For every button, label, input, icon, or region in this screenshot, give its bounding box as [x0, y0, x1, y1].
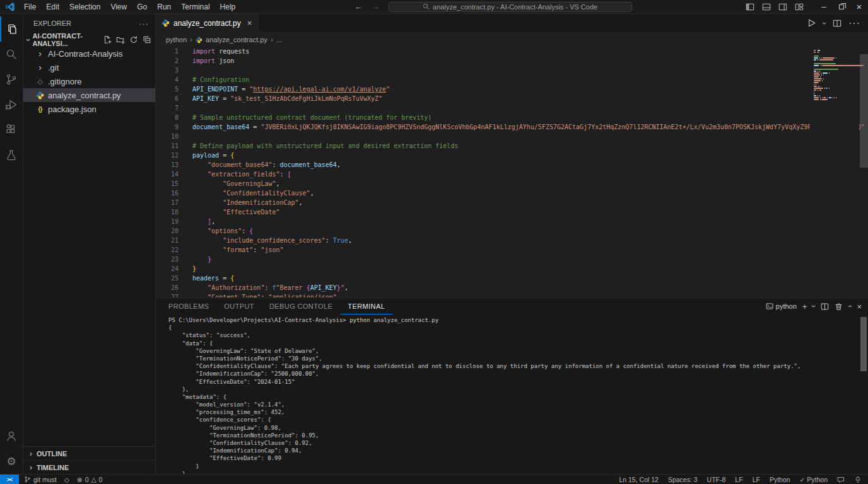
explorer-item--gitignore[interactable]: ◇.gitignore — [23, 74, 155, 88]
explorer-item--git[interactable]: ›.git — [23, 60, 155, 74]
source-control-icon[interactable] — [0, 67, 23, 92]
code-line[interactable]: 3 — [156, 66, 868, 75]
refresh-icon[interactable] — [129, 35, 138, 44]
editor-scrollbar[interactable] — [860, 54, 868, 168]
code-line[interactable]: 14 "extraction_fields": [ — [156, 170, 868, 179]
command-center-search[interactable]: analyze_contract.py - AI-Contract-Analys… — [389, 2, 632, 12]
breadcrumb-file[interactable]: analyze_contract.py — [206, 36, 267, 43]
menu-edit[interactable]: Edit — [41, 0, 64, 14]
panel-tab-terminal[interactable]: TERMINAL — [340, 298, 392, 314]
code-line[interactable]: 15 "GoverningLaw", — [156, 179, 868, 188]
branch-status[interactable]: git must — [24, 476, 57, 483]
feedback-icon[interactable] — [837, 476, 845, 483]
code-editor[interactable]: 1import requests2import json34# Configur… — [156, 47, 868, 297]
code-line[interactable]: 20 "options": { — [156, 226, 868, 236]
code-line[interactable]: 6API_KEY = "sk_test_S1HzAbCdeFgHiJkLmNoP… — [156, 94, 868, 103]
code-line[interactable]: 18 "EffectiveDate" — [156, 207, 868, 217]
split-terminal-icon[interactable] — [821, 302, 829, 311]
new-file-icon[interactable] — [103, 35, 112, 44]
restore-button[interactable] — [833, 0, 850, 14]
terminal-shell-selector[interactable]: python — [766, 302, 797, 310]
close-window-button[interactable]: × — [850, 0, 868, 14]
collapse-all-icon[interactable] — [143, 35, 151, 44]
kill-terminal-trash-icon[interactable] — [835, 302, 843, 311]
breadcrumb-folder[interactable]: python — [166, 36, 187, 43]
editor-more-actions-icon[interactable]: ··· — [848, 18, 860, 29]
explorer-item-package-json[interactable]: {}package.json — [23, 102, 155, 116]
settings-gear-icon[interactable]: ⚙ — [0, 449, 23, 474]
timeline-section[interactable]: › TIMELINE — [23, 460, 155, 474]
close-panel-icon[interactable]: × — [857, 302, 862, 311]
code-line[interactable]: 1import requests — [156, 47, 868, 56]
code-line[interactable]: 4# Configuration — [156, 75, 868, 84]
status-item-4[interactable]: LF — [753, 476, 760, 483]
bell-icon[interactable] — [854, 476, 862, 483]
tab-analyze-contract-py[interactable]: analyze_contract.py × — [156, 14, 258, 32]
sync-status[interactable]: ◇ — [64, 476, 69, 483]
status-item-2[interactable]: UTF-8 — [707, 476, 726, 483]
code-line[interactable]: 10 — [156, 132, 868, 141]
toggle-secondary-sidebar-icon[interactable] — [778, 3, 787, 11]
code-line[interactable]: 9document_base64 = "JVBERi0xLjQKJQKfsj8I… — [156, 122, 868, 132]
menu-go[interactable]: Go — [132, 0, 152, 14]
menu-selection[interactable]: Selection — [64, 0, 105, 14]
code-line[interactable]: 5API_ENDPOINT = "https://api.legal-ai.co… — [156, 84, 868, 94]
terminal-scrollbar[interactable] — [860, 317, 867, 371]
code-line[interactable]: 26 "Authorization": f"Bearer {API_KEY}", — [156, 283, 868, 292]
status-item-0[interactable]: Ln 15, Col 12 — [619, 476, 658, 483]
explorer-item-analyze-contract-py[interactable]: analyze_contract.py — [23, 88, 155, 102]
code-line[interactable]: 22 "format": "json" — [156, 245, 868, 255]
code-line[interactable]: 25headers = { — [156, 274, 868, 283]
terminal-dropdown-icon[interactable]: › — [809, 305, 818, 308]
code-line[interactable]: 21 "include_confidence_scores": True, — [156, 236, 868, 245]
minimize-button[interactable]: – — [815, 0, 833, 14]
menu-file[interactable]: File — [19, 0, 41, 14]
code-line[interactable]: 27 "Content-Type": "application/json" — [156, 292, 868, 297]
explorer-item-ai-contract-analysis[interactable]: ›AI-Contract-Analysis — [23, 47, 155, 60]
run-options-chevron-icon[interactable]: › — [820, 22, 829, 25]
panel-tab-debug-contole[interactable]: DEBUG CONTOLE — [262, 298, 340, 314]
code-line[interactable]: 13 "document_base64": document_base64, — [156, 160, 868, 170]
code-line[interactable]: 17 "IndemnificationCap", — [156, 198, 868, 207]
problems-status[interactable]: ⊗ 0 △ 0 — [77, 476, 103, 483]
maximize-panel-icon[interactable]: › — [845, 305, 854, 308]
code-line[interactable]: 12payload = { — [156, 151, 868, 160]
run-python-file-icon[interactable] — [807, 18, 816, 28]
status-item-3[interactable]: LF — [735, 476, 742, 483]
explorer-more-actions-icon[interactable]: ··· — [139, 19, 149, 28]
panel-tab-output[interactable]: OUTPUT — [216, 298, 262, 314]
explorer-root-folder[interactable]: › AI-CONTRACT-ANALYSI... — [23, 33, 155, 47]
menu-help[interactable]: Help — [215, 0, 241, 14]
new-folder-icon[interactable] — [116, 35, 125, 44]
remote-indicator[interactable]: >< — [0, 475, 19, 484]
nav-back-icon[interactable]: ← — [355, 2, 363, 11]
code-line[interactable]: 8# Sample unstructured contract document… — [156, 113, 868, 122]
outline-section[interactable]: › OUTLINE — [23, 446, 155, 460]
extensions-icon[interactable] — [0, 117, 23, 142]
status-item-1[interactable]: Spaces: 3 — [668, 476, 698, 483]
account-icon[interactable] — [0, 424, 23, 449]
toggle-sidebar-icon[interactable] — [746, 3, 754, 11]
toggle-panel-icon[interactable] — [762, 3, 771, 11]
minimap[interactable] — [810, 47, 859, 297]
code-line[interactable]: 7 — [156, 103, 868, 113]
panel-tab-problems[interactable]: PROBLEMS — [161, 298, 216, 314]
breadcrumb-symbol[interactable]: ... — [276, 36, 282, 43]
code-line[interactable]: 24} — [156, 264, 868, 274]
customize-layout-icon[interactable] — [795, 3, 804, 11]
explorer-icon[interactable] — [0, 16, 23, 42]
status-item-6[interactable]: ✓ Python — [800, 476, 828, 483]
code-line[interactable]: 23 } — [156, 255, 868, 264]
code-line[interactable]: 16 "ConfidentialityClause", — [156, 188, 868, 198]
menu-terminal[interactable]: Terminal — [176, 0, 214, 14]
run-debug-icon[interactable] — [0, 92, 23, 117]
split-editor-icon[interactable] — [833, 19, 842, 28]
code-line[interactable]: 2import json — [156, 56, 868, 66]
new-terminal-icon[interactable]: + — [802, 302, 807, 311]
testing-icon[interactable] — [0, 142, 23, 168]
code-line[interactable]: 11# Define payload with unstructured inp… — [156, 141, 868, 151]
status-item-5[interactable]: Python — [770, 476, 790, 483]
terminal-output[interactable]: PS C:\Users\Developer\Projects\AI-Contra… — [156, 314, 868, 474]
tab-close-icon[interactable]: × — [247, 18, 252, 28]
code-line[interactable]: 19 ], — [156, 217, 868, 226]
